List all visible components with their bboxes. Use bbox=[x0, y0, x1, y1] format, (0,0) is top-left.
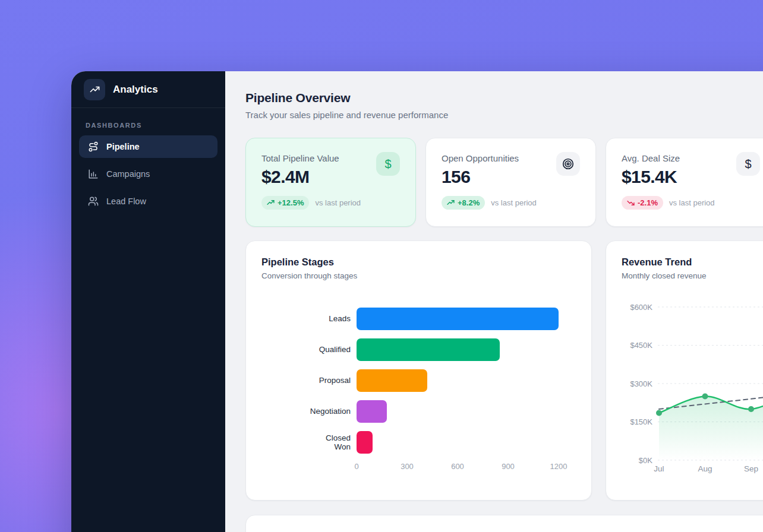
sidebar-item-lead-flow[interactable]: Lead Flow bbox=[79, 190, 217, 213]
x-axis-label: Jul bbox=[654, 464, 664, 473]
dollar-sign-icon: $ bbox=[384, 157, 391, 171]
y-axis-label: $0K bbox=[639, 456, 652, 465]
trending-up-icon bbox=[267, 199, 275, 207]
main-content: Pipeline Overview Track your sales pipel… bbox=[225, 71, 763, 532]
kpi-icon-wrap: $ bbox=[736, 152, 760, 176]
dollar-sign-icon: $ bbox=[745, 157, 751, 171]
delta-badge: +12.5% bbox=[261, 196, 309, 210]
bar-row-qualified: Qualified bbox=[261, 338, 576, 361]
x-axis-label: Sep bbox=[744, 464, 758, 473]
data-point-jul bbox=[656, 410, 662, 416]
kpi-note: vs last period bbox=[491, 198, 537, 207]
data-point-aug bbox=[702, 394, 708, 400]
trending-down-icon bbox=[627, 199, 635, 207]
target-icon bbox=[562, 157, 575, 170]
trending-up-icon bbox=[89, 84, 100, 95]
chart-title: Revenue Trend bbox=[622, 256, 760, 268]
route-icon bbox=[88, 141, 99, 152]
sidebar: Analytics DASHBOARDS Pipeline Campaigns … bbox=[71, 71, 225, 532]
bar-category-label: Qualified bbox=[261, 345, 351, 354]
charts-grid: Pipeline Stages Conversion through stage… bbox=[245, 240, 763, 501]
delta-value: +12.5% bbox=[278, 198, 304, 207]
bar-qualified bbox=[357, 338, 500, 361]
delta-badge: -2.1% bbox=[622, 196, 663, 210]
kpi-icon-wrap: $ bbox=[376, 152, 400, 176]
kpi-note: vs last period bbox=[669, 198, 715, 207]
page-title: Pipeline Overview bbox=[245, 91, 763, 105]
page-subtitle: Track your sales pipeline and revenue pe… bbox=[245, 110, 763, 120]
delta-value: +8.2% bbox=[458, 198, 480, 207]
y-axis-label: $300K bbox=[630, 379, 652, 388]
x-axis-tick: 300 bbox=[401, 462, 414, 471]
bar-category-label: Negotiation bbox=[261, 407, 351, 416]
sidebar-header: Analytics bbox=[71, 71, 225, 108]
x-axis-tick: 0 bbox=[354, 462, 358, 471]
kpi-icon-wrap bbox=[556, 152, 580, 176]
x-axis-tick: 600 bbox=[451, 462, 464, 471]
x-axis-tick: 900 bbox=[502, 462, 515, 471]
kpi-footer: +8.2% vs last period bbox=[442, 196, 580, 210]
sidebar-item-label: Lead Flow bbox=[106, 197, 146, 206]
revenue-trend-chart-card: Revenue Trend Monthly closed revenue $0K… bbox=[606, 240, 763, 501]
bar-category-label: Proposal bbox=[261, 376, 351, 385]
bar-row-proposal: Proposal bbox=[261, 369, 576, 392]
y-axis-label: $150K bbox=[630, 417, 652, 426]
users-icon bbox=[88, 196, 99, 207]
kpi-grid: Total Pipeline Value $2.4M +12.5% vs las… bbox=[245, 138, 763, 227]
revenue-line bbox=[659, 389, 763, 413]
bar-category-label: Closed Won bbox=[261, 433, 351, 451]
sidebar-item-label: Pipeline bbox=[106, 142, 140, 151]
bar-row-negotiation: Negotiation bbox=[261, 400, 576, 423]
bar-category-label: Leads bbox=[261, 314, 351, 323]
sidebar-item-label: Campaigns bbox=[106, 169, 150, 179]
y-axis-label: $450K bbox=[630, 341, 652, 350]
delta-badge: +8.2% bbox=[442, 196, 485, 210]
trending-up-icon bbox=[447, 199, 455, 207]
y-axis-label: $600K bbox=[630, 303, 652, 312]
bar-negotiation bbox=[357, 400, 387, 423]
area-fill bbox=[659, 389, 763, 460]
bottom-card-partial bbox=[245, 515, 763, 532]
sidebar-item-pipeline[interactable]: Pipeline bbox=[79, 135, 217, 158]
chart-title: Pipeline Stages bbox=[261, 256, 576, 268]
pipeline-stages-chart-card: Pipeline Stages Conversion through stage… bbox=[245, 240, 592, 501]
bar-row-closed-won: Closed Won bbox=[261, 431, 576, 454]
kpi-note: vs last period bbox=[315, 198, 361, 207]
app-logo bbox=[84, 79, 105, 100]
bar-leads bbox=[357, 308, 559, 330]
bar-closed-won bbox=[357, 431, 373, 454]
kpi-card-total-pipeline-value: Total Pipeline Value $2.4M +12.5% vs las… bbox=[245, 138, 416, 227]
kpi-footer: -2.1% vs last period bbox=[622, 196, 760, 210]
horizontal-bar-chart: LeadsQualifiedProposalNegotiationClosed … bbox=[261, 308, 576, 454]
sidebar-nav: Pipeline Campaigns Lead Flow bbox=[71, 135, 225, 217]
data-point-sep bbox=[748, 406, 754, 412]
kpi-card-avg-deal-size: Avg. Deal Size $15.4K -2.1% vs last peri… bbox=[606, 138, 763, 227]
chart-subtitle: Monthly closed revenue bbox=[622, 271, 760, 280]
app-title: Analytics bbox=[113, 84, 158, 96]
kpi-card-open-opportunities: Open Opportunities 156 +8.2% vs last per… bbox=[425, 138, 596, 227]
bar-row-leads: Leads bbox=[261, 308, 576, 330]
bar-proposal bbox=[357, 369, 427, 392]
sidebar-item-campaigns[interactable]: Campaigns bbox=[79, 163, 217, 185]
app-window: Analytics DASHBOARDS Pipeline Campaigns … bbox=[71, 71, 763, 532]
chart-subtitle: Conversion through stages bbox=[261, 271, 576, 280]
target-line bbox=[659, 394, 763, 409]
x-axis-label: Aug bbox=[698, 464, 712, 473]
bar-chart-x-axis: 03006009001200 bbox=[357, 462, 559, 473]
x-axis-tick: 1200 bbox=[550, 462, 567, 471]
sidebar-section-label: DASHBOARDS bbox=[71, 108, 225, 135]
bar-chart-icon bbox=[88, 169, 99, 179]
desktop-background: { "app": { "brand": "Analytics" }, "side… bbox=[0, 0, 763, 532]
delta-value: -2.1% bbox=[638, 198, 658, 207]
kpi-footer: +12.5% vs last period bbox=[261, 196, 400, 210]
